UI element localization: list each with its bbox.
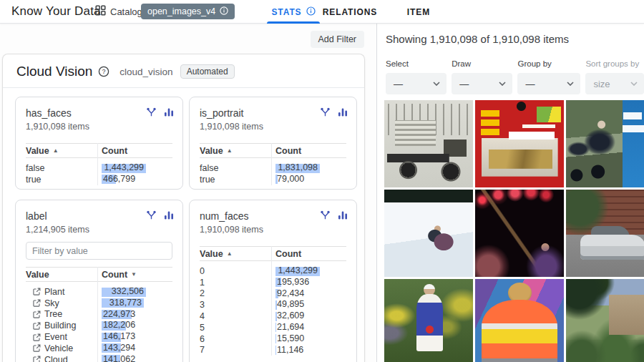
row-value: 3 [200, 300, 205, 310]
group-by-dropdown[interactable]: — [517, 73, 580, 94]
table-row[interactable]: Plant332,506 [26, 286, 172, 298]
scatter-plot-icon[interactable] [146, 107, 157, 117]
row-value: Sky [44, 298, 59, 308]
table-row[interactable]: true466,799 [26, 174, 172, 185]
table-row[interactable]: Cloud141,062 [26, 354, 172, 362]
row-count: 21,694 [277, 322, 304, 333]
count-column-header[interactable]: Count▼ [97, 270, 172, 280]
row-count: 141,062 [103, 354, 135, 362]
scatter-plot-icon[interactable] [146, 210, 157, 220]
count-column-header[interactable]: Count [271, 146, 346, 156]
open-in-new-icon[interactable] [33, 356, 41, 362]
sort-groups-by-dropdown[interactable]: size [585, 73, 644, 94]
card-item-count: 1,910,098 items [200, 122, 346, 132]
table-row[interactable]: false1,443,299 [26, 162, 172, 174]
bar-chart-icon[interactable] [338, 107, 348, 117]
sort-asc-icon: ▲ [227, 250, 233, 257]
chevron-down-icon [499, 82, 506, 86]
scatter-plot-icon[interactable] [320, 107, 331, 117]
help-icon[interactable]: ? [98, 66, 109, 77]
tab-stats[interactable]: STATS [267, 0, 320, 24]
tab-relations-label: RELATIONS [323, 7, 378, 17]
add-filter-button[interactable]: Add Filter [311, 31, 365, 48]
table-row[interactable]: 349,895 [200, 299, 346, 310]
grid-image-courtyard[interactable] [566, 279, 644, 362]
stat-card-num_faces: num_faces1,910,098 itemsValue▲Count01,44… [189, 200, 357, 362]
row-count: 466,799 [103, 174, 135, 185]
app-bar: Know Your Data Catalog open_images_v4 ST… [0, 0, 644, 24]
table-row[interactable]: 292,434 [200, 288, 346, 300]
cloud-vision-section: Cloud Vision ? cloud_vision Automated ha… [2, 54, 365, 362]
catalog-label: Catalog [110, 6, 142, 17]
grid-image-hivis[interactable] [475, 279, 564, 362]
group-by-control: Group by— [517, 59, 580, 94]
table-row[interactable]: Sky318,773 [26, 298, 172, 309]
filter-by-value-input[interactable] [26, 242, 172, 260]
count-column-header[interactable]: Count [97, 146, 172, 156]
draw-value: — [459, 79, 469, 89]
grid-image-car[interactable] [566, 190, 644, 277]
dataset-chip[interactable]: open_images_v4 [141, 4, 235, 19]
table-row[interactable]: Building182,206 [26, 320, 172, 331]
open-in-new-icon[interactable] [33, 344, 41, 352]
value-column-header[interactable]: Value▲ [200, 249, 271, 259]
grid-image-snow[interactable] [384, 190, 473, 277]
open-in-new-icon[interactable] [33, 310, 41, 318]
svg-text:?: ? [102, 68, 106, 75]
value-column-header[interactable]: Value [26, 270, 97, 280]
row-value: false [26, 163, 44, 173]
row-value: 2 [200, 288, 205, 298]
row-value: true [26, 175, 42, 185]
table-row[interactable]: 1195,936 [200, 277, 346, 288]
grid-image-cyclists[interactable] [566, 100, 644, 187]
select-dropdown[interactable]: — [386, 73, 447, 94]
count-bar [275, 346, 276, 355]
table-row[interactable]: 711,146 [200, 345, 346, 356]
browser-controls: Select—Draw—Group by—Sort groups bysize [377, 54, 644, 94]
grid-image-scarecrow[interactable] [384, 279, 473, 362]
row-count: 32,609 [277, 310, 304, 322]
table-row[interactable]: Vehicle143,294 [26, 343, 172, 354]
row-count: 332,506 [102, 286, 146, 298]
bar-chart-icon[interactable] [164, 107, 174, 117]
info-icon[interactable] [220, 6, 228, 17]
select-label: Select [386, 59, 447, 69]
table-row[interactable]: 432,609 [200, 310, 346, 322]
count-column-header[interactable]: Count [271, 249, 346, 259]
select-control: Select— [386, 59, 447, 94]
value-column-header[interactable]: Value▲ [200, 146, 271, 156]
scatter-plot-icon[interactable] [320, 210, 331, 220]
grid-image-concert[interactable] [475, 190, 564, 277]
app-title: Know Your Data [11, 0, 101, 23]
showing-count-text: Showing 1,910,098 of 1,910,098 items [386, 33, 569, 45]
open-in-new-icon[interactable] [33, 288, 41, 295]
table-row[interactable]: 615,590 [200, 333, 346, 345]
table-row[interactable]: Event146,173 [26, 331, 172, 343]
table-row[interactable]: true79,000 [200, 174, 346, 185]
tab-item[interactable]: ITEM [398, 0, 439, 24]
grid-image-toy[interactable] [475, 100, 564, 187]
tab-stats-label: STATS [271, 7, 301, 17]
info-icon[interactable] [306, 6, 316, 18]
table-row[interactable]: Tree224,973 [26, 309, 172, 321]
table-row[interactable]: false1,831,098 [200, 162, 346, 174]
open-in-new-icon[interactable] [33, 299, 41, 307]
row-value: Vehicle [44, 343, 73, 353]
row-value: true [200, 175, 215, 185]
catalog-button[interactable]: Catalog [95, 0, 142, 23]
stat-card-has_faces: has_faces1,910,098 itemsValue▲Countfalse… [15, 97, 183, 190]
grid-image-truck[interactable] [384, 100, 473, 187]
table-row[interactable]: 521,694 [200, 322, 346, 333]
row-value: 1 [200, 278, 205, 288]
table-row[interactable]: 01,443,299 [200, 265, 346, 277]
tab-relations[interactable]: RELATIONS [318, 0, 382, 24]
draw-dropdown[interactable]: — [452, 73, 512, 94]
tab-item-label: ITEM [407, 7, 430, 17]
open-in-new-icon[interactable] [33, 322, 41, 330]
value-column-header[interactable]: Value▲ [26, 146, 97, 156]
bar-chart-icon[interactable] [164, 210, 174, 220]
row-count: 182,206 [103, 320, 135, 331]
bar-chart-icon[interactable] [338, 210, 348, 220]
dataset-chip-label: open_images_v4 [147, 6, 215, 16]
open-in-new-icon[interactable] [33, 333, 41, 341]
